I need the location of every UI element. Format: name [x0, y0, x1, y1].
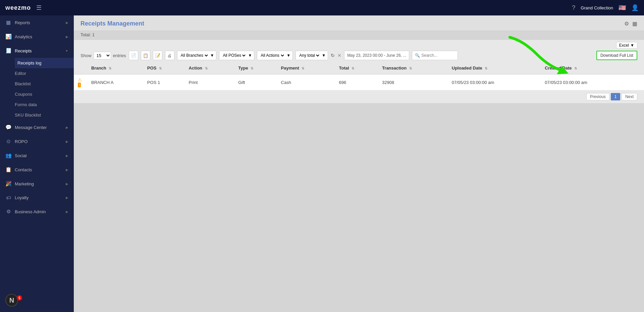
sidebar-item-label: Business Admin — [15, 209, 46, 214]
receipts-tbody: ⚠ ! BRANCH A POS 1 Print Gift Cash 696 3… — [74, 74, 644, 90]
col-pos[interactable]: POS ⇅ — [143, 62, 185, 74]
pagination: Previous 1 Next — [74, 90, 644, 103]
topbar-left: weezmo ☰ — [5, 4, 42, 11]
col-transaction[interactable]: Transaction ⇅ — [378, 62, 448, 74]
content-area: Receipts Management ⚙ ▦ Total: 1 Excel ▼… — [74, 15, 644, 312]
chevron-down-icon: ▼ — [65, 49, 68, 53]
chevron-right-icon: ▶ — [66, 154, 68, 158]
sidebar-item-receipts-log[interactable]: Receipts log — [15, 58, 74, 68]
action-filter[interactable]: All Actions ▼ — [257, 51, 293, 60]
search-input[interactable] — [421, 53, 455, 58]
sidebar-item-label: Receipts — [15, 48, 32, 53]
action-select[interactable]: All Actions — [259, 53, 285, 58]
col-total[interactable]: Total ⇅ — [335, 62, 378, 74]
notification-badge: 5 — [17, 295, 22, 301]
next-button[interactable]: Next — [622, 93, 637, 100]
excel-area: Excel ▼ — [74, 40, 644, 49]
sidebar-item-forms-data[interactable]: Forms data — [15, 99, 74, 110]
export-pdf-icon[interactable]: 📄 — [129, 51, 138, 60]
marketing-icon: 🎉 — [5, 181, 11, 187]
col-payment[interactable]: Payment ⇅ — [277, 62, 335, 74]
pos-filter[interactable]: All POSes ▼ — [219, 51, 254, 60]
total-label: Total: 1 — [74, 31, 644, 39]
total-filter[interactable]: Any total ▼ — [296, 51, 328, 60]
avatar[interactable]: N 5 — [5, 294, 18, 307]
col-type[interactable]: Type ⇅ — [234, 62, 277, 74]
controls-row: Show 15 25 50 100 entries 📄 📋 📝 🖨 All Br… — [74, 49, 644, 62]
sidebar-item-sku-blacklist[interactable]: SKU Blacklist — [15, 110, 74, 120]
sidebar-item-contacts[interactable]: 📋 Contacts ▶ — [0, 163, 74, 177]
sidebar: ▦ Reports ▶ 📊 Analytics ▶ 🧾 Receipts ▼ R… — [0, 15, 74, 312]
row-uploaded-date: 07/05/23 03:00:00 am — [448, 74, 541, 90]
row-total: 696 — [335, 74, 378, 90]
row-pos: POS 1 — [143, 74, 185, 90]
col-action[interactable]: Action ⇅ — [185, 62, 234, 74]
header-icons: ⚙ ▦ — [624, 20, 637, 27]
date-range[interactable]: May 23, 2023 00:00 - June 26, ... — [344, 51, 409, 60]
search-box[interactable]: 🔍 — [412, 51, 458, 60]
print-icon[interactable]: 🖨 — [165, 51, 174, 60]
analytics-icon: 📊 — [5, 34, 11, 40]
chevron-down-icon: ▼ — [286, 53, 290, 58]
col-status — [74, 62, 87, 74]
sidebar-item-editor[interactable]: Editor — [15, 68, 74, 79]
excel-dropdown[interactable]: Excel ▼ — [616, 42, 637, 49]
col-uploaded-date[interactable]: Uploaded Date ⇅ — [448, 62, 541, 74]
row-status-cell: ⚠ ! — [74, 74, 87, 90]
sidebar-item-blacklist[interactable]: Blacklist — [15, 79, 74, 89]
help-icon[interactable]: ? — [572, 4, 575, 11]
col-created-date[interactable]: Created Date ⇅ — [541, 62, 634, 74]
ropo-icon: ⊙ — [5, 138, 11, 144]
receipts-submenu: Receipts log Editor Blacklist Coupons Fo… — [0, 58, 74, 120]
user-icon[interactable]: 👤 — [631, 4, 639, 11]
chevron-right-icon: ▶ — [66, 35, 68, 39]
chevron-down-icon: ▼ — [210, 53, 214, 58]
sidebar-item-message-center[interactable]: 💬 Message Center ▶ — [0, 120, 74, 134]
chevron-right-icon: ▶ — [66, 182, 68, 186]
refresh-icon[interactable]: ↻ — [331, 53, 335, 58]
settings-icon[interactable]: ⚙ — [624, 20, 629, 27]
export-csv-icon[interactable]: 📋 — [141, 51, 150, 60]
sidebar-item-analytics[interactable]: 📊 Analytics ▶ — [0, 30, 74, 44]
hamburger-icon[interactable]: ☰ — [36, 4, 42, 11]
logo: weezmo — [5, 4, 31, 11]
sidebar-item-label: ROPO — [15, 139, 28, 144]
download-full-list-button[interactable]: Download Full List — [596, 51, 637, 60]
previous-button[interactable]: Previous — [586, 93, 609, 100]
col-branch[interactable]: Branch ⇅ — [87, 62, 143, 74]
sidebar-item-business-admin[interactable]: ⚙ Business Admin ▶ — [0, 205, 74, 219]
sidebar-item-coupons[interactable]: Coupons — [15, 89, 74, 99]
pos-select[interactable]: All POSes — [221, 53, 247, 58]
branch-filter[interactable]: All Branches ▼ — [177, 51, 217, 60]
row-branch: BRANCH A — [87, 74, 143, 90]
info-badge: ! — [78, 83, 81, 87]
sidebar-item-label: Reports — [15, 20, 30, 25]
branch-select[interactable]: All Branches — [179, 53, 209, 58]
total-select[interactable]: Any total — [298, 53, 320, 58]
sidebar-item-ropo[interactable]: ⊙ ROPO ▶ — [0, 134, 74, 148]
receipts-table: Branch ⇅ POS ⇅ Action ⇅ Type ⇅ Payment ⇅… — [74, 62, 644, 90]
sidebar-item-loyalty[interactable]: 🏷 Loyalty ▶ — [0, 191, 74, 205]
table-row[interactable]: ⚠ ! BRANCH A POS 1 Print Gift Cash 696 3… — [74, 74, 644, 90]
page-title: Receipts Management — [80, 20, 144, 27]
clear-icon[interactable]: ✕ — [337, 53, 341, 58]
sidebar-item-social[interactable]: 👥 Social ▶ — [0, 148, 74, 163]
page-title-prefix: Receipts — [80, 20, 106, 27]
row-type: Gift — [234, 74, 277, 90]
page-1-button[interactable]: 1 — [611, 93, 621, 100]
sidebar-item-reports[interactable]: ▦ Reports ▶ — [0, 15, 74, 30]
sidebar-item-receipts[interactable]: 🧾 Receipts ▼ — [0, 44, 74, 58]
chevron-down-icon: ▼ — [630, 43, 634, 48]
row-created-date: 07/05/23 03:00:00 am — [541, 74, 634, 90]
main-layout: ▦ Reports ▶ 📊 Analytics ▶ 🧾 Receipts ▼ R… — [0, 15, 644, 312]
entries-select[interactable]: 15 25 50 100 — [94, 52, 111, 59]
export-copy-icon[interactable]: 📝 — [153, 51, 162, 60]
chevron-right-icon: ▶ — [66, 168, 68, 172]
search-icon: 🔍 — [415, 53, 420, 58]
business-admin-icon: ⚙ — [5, 209, 11, 215]
sidebar-item-marketing[interactable]: 🎉 Marketing ▶ — [0, 177, 74, 191]
page-title-suffix: Management — [107, 20, 144, 27]
sidebar-item-label: Social — [15, 153, 26, 158]
grid-view-icon[interactable]: ▦ — [632, 20, 637, 27]
sidebar-item-label: Message Center — [15, 125, 47, 130]
